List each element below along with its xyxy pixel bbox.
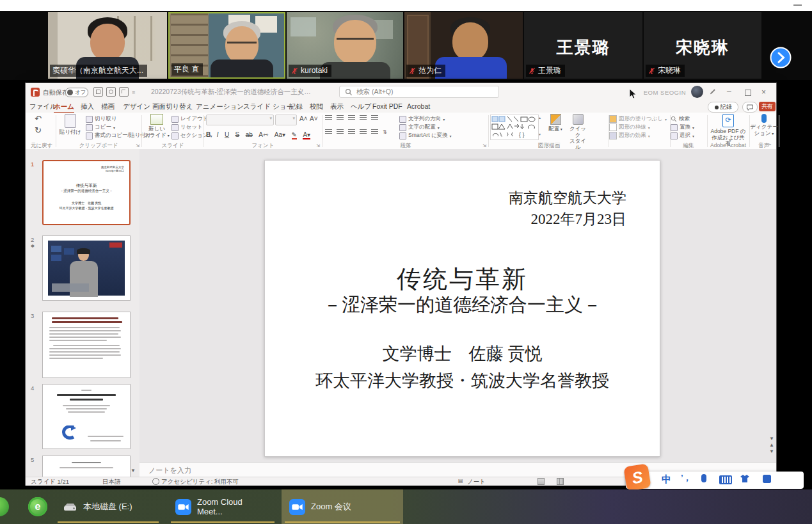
underline-button[interactable]: U (225, 131, 229, 138)
undo-icon[interactable]: ↶ (35, 114, 42, 123)
tab-acrobat[interactable]: Acrobat (407, 102, 430, 110)
slide-sorter-view-icon[interactable] (557, 478, 564, 486)
tab-draw[interactable]: 描画 (101, 102, 115, 111)
ime-toolbox-icon[interactable] (763, 475, 771, 483)
autosave-toggle[interactable]: オフ (65, 88, 88, 97)
ime-voice-icon[interactable] (701, 474, 706, 482)
shape-gallery-scroll-up[interactable]: ▴ (539, 115, 541, 120)
share-button[interactable]: 共有 (759, 102, 776, 111)
tab-help[interactable]: ヘルプ (351, 102, 371, 111)
save-icon[interactable] (93, 87, 103, 97)
tab-review[interactable]: 校閲 (310, 102, 323, 111)
tab-transitions[interactable]: 画面切り替え (152, 102, 193, 111)
customize-qat-icon[interactable]: ≡ (132, 89, 135, 95)
reset-button[interactable]: リセット (171, 123, 203, 131)
slide-org-date-block[interactable]: 南京航空航天大学 2022年7月23日 (509, 187, 626, 230)
increase-indent-icon[interactable] (360, 115, 367, 121)
tab-record[interactable]: 記録 (289, 102, 303, 111)
video-tile-participant-6[interactable]: 宋晓琳 宋晓琳 (644, 12, 761, 79)
font-size-combo[interactable] (275, 115, 297, 125)
scroll-down-arrow[interactable]: ▼ (769, 436, 774, 441)
bold-button[interactable]: B (206, 131, 211, 138)
dictation-button[interactable]: ディクテーション ▾ (750, 114, 778, 137)
window-close-button[interactable]: × (761, 88, 766, 97)
ime-keyboard-icon[interactable] (719, 475, 732, 484)
paste-button[interactable]: 貼り付け (58, 114, 83, 136)
align-center-icon[interactable] (337, 129, 344, 135)
slide-author[interactable]: 文学博士 佐藤 贡悦 (265, 342, 660, 365)
shrink-font-icon[interactable]: A˅ (310, 115, 318, 122)
find-button[interactable]: 検索 (671, 115, 690, 123)
minimize-dash[interactable] (793, 4, 802, 6)
account-avatar[interactable] (691, 86, 703, 98)
clipboard-dialog-launcher[interactable]: ⇲ (136, 143, 139, 148)
slide-thumbnail-2[interactable] (42, 235, 131, 301)
next-participants-arrow-button[interactable] (770, 47, 792, 68)
tab-foxit-pdf[interactable]: Foxit PDF (372, 102, 402, 110)
slide-subtitle[interactable]: －涩泽荣一的道德经济合一主义－ (265, 292, 660, 318)
align-left-icon[interactable] (325, 129, 332, 135)
accessibility-status[interactable]: アクセシビリティ: 利用不可 (161, 478, 239, 486)
font-name-combo[interactable] (206, 115, 274, 125)
video-tile-participant-3[interactable]: kurotaki (287, 12, 403, 79)
thumbnail-scroll-down-arrow[interactable]: ▼ (131, 468, 136, 473)
new-document-icon[interactable] (119, 87, 129, 97)
shape-outline-button[interactable]: 図形の枠線▾ (609, 123, 650, 131)
normal-view-icon[interactable] (537, 478, 545, 486)
ime-chinese-mode-icon[interactable]: 中 (662, 473, 671, 486)
line-spacing-value[interactable]: ⇅ (383, 129, 387, 135)
font-dialog-launcher[interactable]: ⇲ (316, 143, 320, 148)
bullets-icon[interactable] (325, 115, 332, 121)
taskbar-item-local-disk[interactable]: 本地磁盘 (E:) (54, 489, 162, 524)
tab-view[interactable]: 表示 (330, 102, 344, 111)
decrease-indent-icon[interactable] (348, 115, 355, 121)
select-button[interactable]: 選択▾ (671, 132, 694, 139)
video-tile-participant-5[interactable]: 王景璐 王景璐 (524, 12, 642, 79)
next-slide-button[interactable]: ▼ (769, 449, 774, 454)
green-app-icon-partial[interactable] (0, 497, 9, 516)
slide-thumbnail-4[interactable] (42, 384, 131, 449)
italic-button[interactable]: I (217, 131, 219, 138)
cut-button[interactable]: 切り取り (86, 115, 116, 123)
video-tile-participant-1[interactable]: 窦硕华（南京航空航天大... (48, 12, 167, 79)
slide-thumbnail-5-partial[interactable] (42, 456, 131, 477)
slide-title[interactable]: 传统与革新 (265, 263, 660, 296)
previous-slide-button[interactable]: ▲ (769, 442, 774, 448)
notes-toggle-button[interactable]: ノート (467, 478, 486, 486)
green-browser-icon[interactable]: e (28, 497, 47, 516)
ime-skin-icon[interactable] (740, 474, 750, 483)
character-spacing-icon[interactable]: A⇿ (259, 131, 268, 138)
text-direction-button[interactable]: 文字列の方向▾ (399, 115, 445, 123)
comments-button[interactable] (742, 102, 758, 113)
format-painter-button[interactable]: 書式のコピー/貼り付け (86, 132, 151, 139)
line-spacing-icon[interactable] (371, 115, 378, 121)
strikethrough-button[interactable]: S (235, 131, 240, 138)
justify-icon[interactable] (360, 129, 367, 135)
window-maximize-button[interactable] (745, 90, 751, 96)
clear-format-icon[interactable]: ab (246, 131, 253, 138)
tab-design[interactable]: デザイン (123, 102, 150, 111)
numbering-icon[interactable] (337, 115, 344, 121)
slide-thumbnail-1-selected[interactable]: 南京航空航天大学2022年7月23日 传统与革新 －涩泽荣一的道德经济合一主义－… (42, 160, 131, 225)
pen-mode-icon[interactable] (709, 88, 717, 95)
copy-button[interactable]: コピー ▾ (86, 123, 115, 131)
search-box[interactable]: 検索 (Alt+Q) (339, 86, 499, 98)
shape-effects-button[interactable]: 図形の効果▾ (609, 132, 650, 139)
shape-gallery[interactable]: { } (490, 115, 539, 140)
title-chevron-icon[interactable]: ▾ (298, 89, 301, 95)
tab-animations[interactable]: アニメーション (196, 102, 244, 111)
tab-file[interactable]: ファイル (29, 102, 57, 111)
collapse-ribbon-chevron[interactable]: ⌄ (768, 141, 772, 147)
columns-icon[interactable] (371, 129, 378, 135)
new-slide-button[interactable]: 新しい スライド ▾ (143, 114, 170, 139)
slide-affiliation[interactable]: 环太平洋大学教授・筑波大学名誉教授 (265, 369, 660, 392)
taskbar-item-zoom-cloud[interactable]: Zoom Cloud Meet... (168, 489, 278, 524)
slide-thumbnail-3[interactable] (42, 312, 131, 378)
tab-home[interactable]: ホーム (54, 102, 74, 111)
smartart-button[interactable]: SmartArt に変換▾ (399, 132, 452, 139)
language-indicator[interactable]: 日本語 (102, 478, 121, 486)
video-tile-participant-4[interactable]: 范为仁 (404, 12, 523, 79)
replace-button[interactable]: 置換▾ (671, 123, 694, 131)
align-right-icon[interactable] (348, 129, 355, 135)
align-text-button[interactable]: 文字の配置▾ (399, 123, 440, 131)
